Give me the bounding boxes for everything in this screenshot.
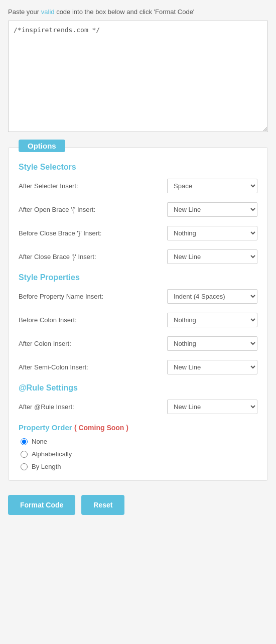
- option-row-before-colon: Before Colon Insert: Space New Line Noth…: [19, 313, 257, 327]
- radio-none[interactable]: None: [21, 438, 257, 445]
- radio-by-length-input[interactable]: [21, 463, 28, 470]
- radio-alphabetically-label: Alphabetically: [32, 450, 72, 458]
- radio-none-label: None: [32, 438, 47, 445]
- after-colon-label: After Colon Insert:: [19, 340, 71, 347]
- before-colon-select[interactable]: Space New Line Nothing: [167, 313, 257, 327]
- after-selecter-label: After Selecter Insert:: [19, 182, 78, 190]
- after-arule-select[interactable]: Space New Line Nothing: [167, 400, 257, 414]
- option-row-after-semicolon: After Semi-Colon Insert: Space New Line …: [19, 360, 257, 374]
- intro-suffix: code into the box below and click 'Forma…: [55, 8, 195, 16]
- arule-settings-title: @Rule Settings: [19, 383, 257, 393]
- before-colon-label: Before Colon Insert:: [19, 316, 77, 324]
- after-close-brace-select[interactable]: Space New Line Nothing: [167, 249, 257, 264]
- coming-soon-label: ( Coming Soon ): [74, 424, 128, 432]
- code-input-wrapper: /*inspiretrends.com */: [8, 21, 268, 132]
- after-open-brace-label: After Open Brace '{' Insert:: [19, 206, 95, 213]
- after-semicolon-label: After Semi-Colon Insert:: [19, 363, 88, 371]
- radio-alphabetically-input[interactable]: [21, 451, 28, 458]
- before-property-name-label: Before Property Name Insert:: [19, 293, 103, 300]
- after-arule-label: After @Rule Insert:: [19, 403, 74, 411]
- style-properties-title: Style Properties: [19, 273, 257, 282]
- option-row-before-close-brace: Before Close Brace '}' Insert: Space New…: [19, 226, 257, 240]
- option-row-after-open-brace: After Open Brace '{' Insert: Space New L…: [19, 202, 257, 217]
- after-close-brace-label: After Close Brace '}' Insert:: [19, 253, 96, 261]
- radio-by-length-label: By Length: [32, 463, 61, 470]
- style-selectors-title: Style Selectors: [19, 163, 257, 172]
- option-row-after-arule: After @Rule Insert: Space New Line Nothi…: [19, 400, 257, 414]
- radio-by-length[interactable]: By Length: [21, 463, 257, 470]
- property-order-title: Property Order ( Coming Soon ): [19, 423, 257, 432]
- format-code-button[interactable]: Format Code: [8, 495, 75, 515]
- after-selecter-select[interactable]: Space New Line Nothing: [167, 179, 257, 193]
- after-semicolon-select[interactable]: Space New Line Nothing: [167, 360, 257, 374]
- code-input[interactable]: /*inspiretrends.com */: [9, 21, 267, 132]
- reset-button[interactable]: Reset: [81, 495, 124, 515]
- after-colon-select[interactable]: Space New Line Nothing: [167, 336, 257, 351]
- options-badge: Options: [19, 140, 65, 152]
- before-close-brace-select[interactable]: Space New Line Nothing: [167, 226, 257, 240]
- radio-alphabetically[interactable]: Alphabetically: [21, 450, 257, 458]
- intro-prefix: Paste your: [8, 8, 41, 16]
- option-row-before-property-name: Before Property Name Insert: Indent (4 S…: [19, 289, 257, 304]
- valid-word: valid: [41, 8, 55, 16]
- before-close-brace-label: Before Close Brace '}' Insert:: [19, 229, 101, 237]
- intro-text: Paste your valid code into the box below…: [8, 8, 268, 16]
- property-order-group: None Alphabetically By Length: [21, 438, 257, 470]
- before-property-name-select[interactable]: Indent (4 Spaces) Space New Line Nothing: [167, 289, 257, 304]
- option-row-after-selecter: After Selecter Insert: Space New Line No…: [19, 179, 257, 193]
- radio-none-input[interactable]: [21, 438, 28, 445]
- action-buttons: Format Code Reset: [8, 495, 268, 515]
- after-open-brace-select[interactable]: Space New Line Nothing: [167, 202, 257, 217]
- property-order-label: Property Order: [19, 423, 72, 432]
- option-row-after-colon: After Colon Insert: Space New Line Nothi…: [19, 336, 257, 351]
- option-row-after-close-brace: After Close Brace '}' Insert: Space New …: [19, 249, 257, 264]
- options-panel: Options Style Selectors After Selecter I…: [8, 147, 268, 481]
